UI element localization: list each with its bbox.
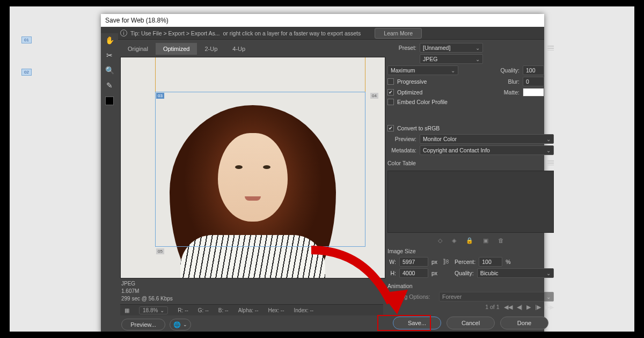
preset-dropdown[interactable]: [Unnamed] bbox=[420, 43, 483, 53]
status-bar: ▦ 18.8%⌄ R: -- G: -- B: -- Alpha: -- Hex… bbox=[120, 304, 383, 315]
status-alpha: Alpha: -- bbox=[238, 307, 259, 313]
resample-dropdown[interactable]: Bicubic bbox=[477, 268, 554, 278]
grid-icon[interactable]: ▦ bbox=[125, 307, 129, 313]
info-size: 1.607M bbox=[121, 288, 382, 295]
zoom-tool-icon[interactable]: 🔍 bbox=[104, 64, 115, 76]
dialog-title: Save for Web (18.8%) bbox=[105, 17, 169, 24]
info-icon: i bbox=[120, 30, 127, 36]
slice-select-tool-icon[interactable]: ✂ bbox=[104, 49, 115, 61]
percent-label: Percent: bbox=[455, 259, 475, 265]
preset-label: Preset: bbox=[387, 45, 416, 51]
metadata-dropdown[interactable]: Copyright and Contact Info bbox=[420, 145, 554, 155]
zoom-dropdown[interactable]: 18.8%⌄ bbox=[139, 306, 168, 314]
tab-2up[interactable]: 2-Up bbox=[197, 43, 225, 55]
preview-label: Preview: bbox=[387, 136, 416, 142]
optimized-label: Optimized bbox=[397, 89, 422, 95]
quality-mode-dropdown[interactable]: Maximum bbox=[387, 65, 458, 75]
slice-selection-box[interactable] bbox=[155, 92, 365, 247]
embed-profile-label: Embed Color Profile bbox=[397, 99, 448, 105]
done-button[interactable]: Done bbox=[500, 317, 548, 329]
status-hex: Hex: -- bbox=[268, 307, 284, 313]
tab-4up[interactable]: 4-Up bbox=[225, 43, 253, 55]
format-dropdown[interactable]: JPEG bbox=[420, 54, 483, 64]
next-frame-icon: |▶ bbox=[535, 304, 541, 310]
browser-preview-button[interactable]: 🌐⌄ bbox=[170, 319, 191, 330]
bg-slice-02-tag: 02 bbox=[21, 69, 32, 76]
color-swatch[interactable] bbox=[105, 97, 114, 105]
height-input[interactable]: 4000 bbox=[399, 268, 428, 278]
status-b: B: -- bbox=[218, 307, 229, 313]
color-table[interactable] bbox=[387, 171, 554, 233]
matte-label: Matte: bbox=[493, 89, 519, 95]
info-timing: 299 sec @ 56.6 Kbps bbox=[121, 295, 382, 303]
optimized-checkbox[interactable] bbox=[387, 89, 394, 95]
preview-tabs: Original Optimized 2-Up 4-Up bbox=[120, 43, 383, 55]
eyedropper-tool-icon[interactable]: ✎ bbox=[104, 79, 115, 91]
convert-srgb-label: Convert to sRGB bbox=[397, 125, 440, 131]
progressive-label: Progressive bbox=[397, 78, 427, 85]
blur-label: Blur: bbox=[493, 78, 519, 85]
px-label-1: px bbox=[431, 259, 437, 265]
status-g: G: -- bbox=[198, 307, 209, 313]
preview-button[interactable]: Preview... bbox=[121, 319, 165, 330]
prev-frame-icon: ◀| bbox=[517, 304, 523, 310]
tool-column: ✋ ✂ 🔍 ✎ bbox=[101, 33, 118, 105]
app-frame: 01 02 Save for Web (18.8%) i Tip: Use Fi… bbox=[9, 5, 635, 333]
quality-label: Quality: bbox=[493, 67, 519, 74]
quality-input[interactable]: 100 bbox=[523, 65, 544, 75]
image-size-title: Image Size bbox=[387, 247, 554, 255]
metadata-label: Metadata: bbox=[387, 147, 416, 153]
last-frame-icon: ▶▶ bbox=[545, 304, 554, 310]
color-table-menu-icon[interactable] bbox=[547, 160, 554, 165]
progressive-checkbox[interactable] bbox=[387, 78, 394, 85]
width-label: W: bbox=[387, 259, 396, 265]
save-for-web-dialog: Save for Web (18.8%) i Tip: Use File > E… bbox=[101, 14, 544, 333]
cancel-button[interactable]: Cancel bbox=[447, 317, 495, 329]
lock-icon[interactable]: 🔒 bbox=[466, 237, 473, 244]
px-label-2: px bbox=[431, 270, 437, 276]
preset-menu-icon[interactable] bbox=[547, 46, 554, 50]
pct-symbol: % bbox=[506, 259, 510, 265]
percent-input[interactable]: 100 bbox=[479, 257, 502, 267]
slice-03-tag: 03 bbox=[156, 93, 164, 99]
slice-04-tag: 04 bbox=[370, 93, 378, 99]
hand-tool-icon[interactable]: ✋ bbox=[104, 34, 115, 46]
image-preview[interactable]: 03 04 05 bbox=[120, 57, 385, 278]
width-input[interactable]: 5997 bbox=[399, 257, 428, 267]
tip-text-2: or right click on a layer for a faster w… bbox=[223, 30, 361, 36]
status-index: Index: -- bbox=[294, 307, 314, 313]
trash-icon[interactable]: 🗑 bbox=[498, 237, 504, 244]
blur-input[interactable]: 0 bbox=[523, 77, 544, 86]
matte-swatch[interactable] bbox=[523, 88, 544, 97]
tab-optimized[interactable]: Optimized bbox=[156, 43, 197, 55]
convert-srgb-checkbox[interactable] bbox=[387, 125, 394, 131]
is-quality-label: Quality: bbox=[455, 270, 474, 276]
tab-original[interactable]: Original bbox=[120, 43, 156, 55]
ct-icon-1[interactable]: ◇ bbox=[438, 237, 442, 244]
dialog-titlebar[interactable]: Save for Web (18.8%) bbox=[101, 14, 544, 27]
height-label: H: bbox=[387, 270, 396, 276]
preview-dropdown[interactable]: Monitor Color bbox=[420, 134, 554, 144]
frame-count: 1 of 1 bbox=[485, 304, 499, 310]
save-highlight-annotation bbox=[377, 315, 431, 331]
settings-panel: Preset: [Unnamed] JPEG Maximum Quality: … bbox=[383, 40, 559, 333]
slice-05-tag: 05 bbox=[156, 248, 164, 254]
play-icon: ▶ bbox=[526, 304, 531, 310]
tip-bar: i Tip: Use File > Export > Export As... … bbox=[101, 27, 544, 40]
preview-pane: Original Optimized 2-Up 4-Up bbox=[101, 40, 383, 333]
embed-profile-checkbox[interactable] bbox=[387, 99, 394, 105]
first-frame-icon: ◀◀ bbox=[504, 304, 513, 310]
ct-icon-2[interactable]: ◈ bbox=[452, 237, 456, 244]
image-info: JPEG 1.607M 299 sec @ 56.6 Kbps bbox=[120, 278, 383, 304]
bg-slice-01-tag: 01 bbox=[21, 36, 32, 43]
looping-dropdown: Forever bbox=[439, 292, 554, 302]
new-icon[interactable]: ▣ bbox=[483, 237, 488, 244]
looping-label: Looping Options: bbox=[387, 293, 436, 300]
color-table-title: Color Table bbox=[387, 159, 416, 167]
status-r: R: -- bbox=[178, 307, 188, 313]
learn-more-button[interactable]: Learn More bbox=[375, 28, 422, 39]
color-table-actions: ◇ ◈ 🔒 ▣ 🗑 bbox=[387, 236, 554, 245]
link-icon[interactable]: ⟧⁠𝟾 bbox=[443, 258, 449, 265]
animation-title: Animation bbox=[387, 282, 554, 290]
info-format: JPEG bbox=[121, 280, 382, 288]
